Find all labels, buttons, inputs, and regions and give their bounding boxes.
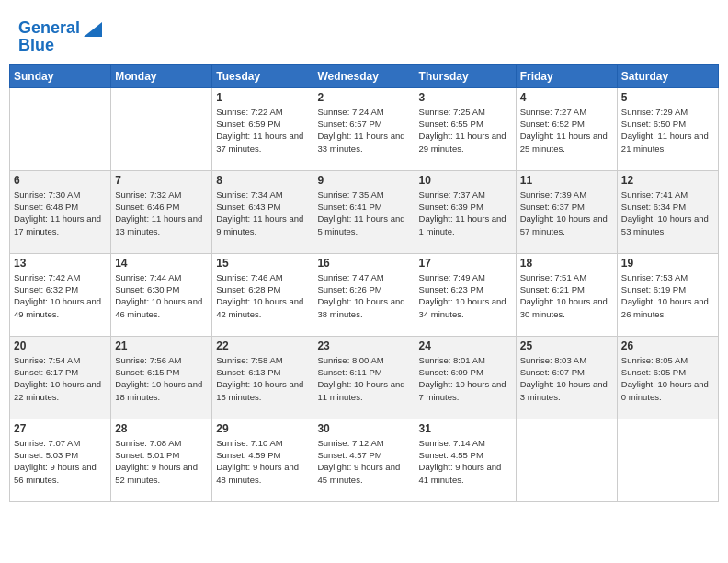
calendar-cell: 30Sunrise: 7:12 AMSunset: 4:57 PMDayligh… <box>313 419 415 501</box>
day-detail: Sunrise: 8:05 AMSunset: 6:05 PMDaylight:… <box>621 354 714 403</box>
day-detail: Sunrise: 7:29 AMSunset: 6:50 PMDaylight:… <box>621 106 714 155</box>
day-number: 20 <box>14 339 107 352</box>
svg-marker-0 <box>84 22 102 37</box>
col-header-wednesday: Wednesday <box>313 64 415 87</box>
calendar-cell <box>111 87 212 170</box>
day-detail: Sunrise: 8:01 AMSunset: 6:09 PMDaylight:… <box>419 354 512 403</box>
col-header-thursday: Thursday <box>415 64 516 87</box>
calendar-cell: 16Sunrise: 7:47 AMSunset: 6:26 PMDayligh… <box>313 253 415 336</box>
calendar-cell: 18Sunrise: 7:51 AMSunset: 6:21 PMDayligh… <box>516 253 617 336</box>
col-header-friday: Friday <box>516 64 617 87</box>
day-detail: Sunrise: 7:24 AMSunset: 6:57 PMDaylight:… <box>317 106 410 155</box>
calendar-cell: 29Sunrise: 7:10 AMSunset: 4:59 PMDayligh… <box>212 419 313 501</box>
day-number: 17 <box>419 257 512 270</box>
page-header: General Blue <box>9 9 719 60</box>
day-number: 15 <box>216 257 309 270</box>
week-row-4: 20Sunrise: 7:54 AMSunset: 6:17 PMDayligh… <box>10 336 719 419</box>
day-detail: Sunrise: 7:54 AMSunset: 6:17 PMDaylight:… <box>14 354 107 403</box>
day-detail: Sunrise: 8:00 AMSunset: 6:11 PMDaylight:… <box>317 354 410 403</box>
col-header-tuesday: Tuesday <box>212 64 313 87</box>
logo: General Blue <box>18 18 102 55</box>
calendar-cell: 27Sunrise: 7:07 AMSunset: 5:03 PMDayligh… <box>10 419 111 501</box>
day-detail: Sunrise: 7:41 AMSunset: 6:34 PMDaylight:… <box>621 189 714 237</box>
day-detail: Sunrise: 7:27 AMSunset: 6:52 PMDaylight:… <box>520 106 613 155</box>
calendar-cell: 24Sunrise: 8:01 AMSunset: 6:09 PMDayligh… <box>415 336 516 419</box>
day-detail: Sunrise: 7:53 AMSunset: 6:19 PMDaylight:… <box>621 271 714 320</box>
calendar-cell: 7Sunrise: 7:32 AMSunset: 6:46 PMDaylight… <box>111 170 212 253</box>
day-detail: Sunrise: 7:42 AMSunset: 6:32 PMDaylight:… <box>14 271 107 320</box>
calendar-cell: 11Sunrise: 7:39 AMSunset: 6:37 PMDayligh… <box>516 170 617 253</box>
day-detail: Sunrise: 7:39 AMSunset: 6:37 PMDaylight:… <box>520 189 613 237</box>
day-number: 18 <box>520 257 613 270</box>
week-row-1: 1Sunrise: 7:22 AMSunset: 6:59 PMDaylight… <box>10 87 719 170</box>
day-number: 1 <box>216 91 309 104</box>
day-detail: Sunrise: 7:35 AMSunset: 6:41 PMDaylight:… <box>317 189 410 237</box>
calendar-cell: 5Sunrise: 7:29 AMSunset: 6:50 PMDaylight… <box>617 87 718 170</box>
day-number: 23 <box>317 339 410 352</box>
day-detail: Sunrise: 7:46 AMSunset: 6:28 PMDaylight:… <box>216 271 309 320</box>
week-row-2: 6Sunrise: 7:30 AMSunset: 6:48 PMDaylight… <box>10 170 719 253</box>
day-number: 11 <box>520 174 613 187</box>
day-number: 22 <box>216 339 309 352</box>
day-number: 3 <box>419 91 512 104</box>
col-header-monday: Monday <box>111 64 212 87</box>
day-detail: Sunrise: 7:49 AMSunset: 6:23 PMDaylight:… <box>419 271 512 320</box>
day-detail: Sunrise: 7:30 AMSunset: 6:48 PMDaylight:… <box>14 189 107 237</box>
day-number: 27 <box>14 422 107 435</box>
calendar-cell: 2Sunrise: 7:24 AMSunset: 6:57 PMDaylight… <box>313 87 415 170</box>
logo-text: General <box>18 19 80 38</box>
day-detail: Sunrise: 7:12 AMSunset: 4:57 PMDaylight:… <box>317 437 410 486</box>
day-detail: Sunrise: 7:22 AMSunset: 6:59 PMDaylight:… <box>216 106 309 155</box>
week-row-5: 27Sunrise: 7:07 AMSunset: 5:03 PMDayligh… <box>10 419 719 501</box>
day-detail: Sunrise: 7:08 AMSunset: 5:01 PMDaylight:… <box>115 437 208 486</box>
col-header-saturday: Saturday <box>617 64 718 87</box>
day-detail: Sunrise: 7:32 AMSunset: 6:46 PMDaylight:… <box>115 189 208 237</box>
day-number: 16 <box>317 257 410 270</box>
day-number: 24 <box>419 339 512 352</box>
calendar-cell: 6Sunrise: 7:30 AMSunset: 6:48 PMDaylight… <box>10 170 111 253</box>
day-number: 2 <box>317 91 410 104</box>
calendar-cell: 20Sunrise: 7:54 AMSunset: 6:17 PMDayligh… <box>10 336 111 419</box>
day-number: 12 <box>621 174 714 187</box>
day-number: 30 <box>317 422 410 435</box>
calendar-cell: 22Sunrise: 7:58 AMSunset: 6:13 PMDayligh… <box>212 336 313 419</box>
week-row-3: 13Sunrise: 7:42 AMSunset: 6:32 PMDayligh… <box>10 253 719 336</box>
calendar-cell: 4Sunrise: 7:27 AMSunset: 6:52 PMDaylight… <box>516 87 617 170</box>
calendar-cell <box>10 87 111 170</box>
calendar-cell: 31Sunrise: 7:14 AMSunset: 4:55 PMDayligh… <box>415 419 516 501</box>
calendar-cell <box>617 419 718 501</box>
day-detail: Sunrise: 8:03 AMSunset: 6:07 PMDaylight:… <box>520 354 613 403</box>
day-number: 4 <box>520 91 613 104</box>
calendar-cell: 14Sunrise: 7:44 AMSunset: 6:30 PMDayligh… <box>111 253 212 336</box>
day-detail: Sunrise: 7:58 AMSunset: 6:13 PMDaylight:… <box>216 354 309 403</box>
day-number: 25 <box>520 339 613 352</box>
day-detail: Sunrise: 7:51 AMSunset: 6:21 PMDaylight:… <box>520 271 613 320</box>
logo-triangle-icon <box>82 18 102 39</box>
calendar-cell: 25Sunrise: 8:03 AMSunset: 6:07 PMDayligh… <box>516 336 617 419</box>
logo-blue-text: Blue <box>18 37 102 55</box>
day-number: 6 <box>14 174 107 187</box>
col-header-sunday: Sunday <box>10 64 111 87</box>
calendar-cell: 9Sunrise: 7:35 AMSunset: 6:41 PMDaylight… <box>313 170 415 253</box>
day-number: 29 <box>216 422 309 435</box>
calendar-cell: 17Sunrise: 7:49 AMSunset: 6:23 PMDayligh… <box>415 253 516 336</box>
calendar-cell: 15Sunrise: 7:46 AMSunset: 6:28 PMDayligh… <box>212 253 313 336</box>
day-number: 26 <box>621 339 714 352</box>
calendar-cell: 13Sunrise: 7:42 AMSunset: 6:32 PMDayligh… <box>10 253 111 336</box>
day-number: 9 <box>317 174 410 187</box>
day-number: 31 <box>419 422 512 435</box>
calendar-cell: 1Sunrise: 7:22 AMSunset: 6:59 PMDaylight… <box>212 87 313 170</box>
day-number: 5 <box>621 91 714 104</box>
day-detail: Sunrise: 7:37 AMSunset: 6:39 PMDaylight:… <box>419 189 512 237</box>
calendar-cell: 19Sunrise: 7:53 AMSunset: 6:19 PMDayligh… <box>617 253 718 336</box>
day-number: 7 <box>115 174 208 187</box>
day-number: 13 <box>14 257 107 270</box>
day-detail: Sunrise: 7:25 AMSunset: 6:55 PMDaylight:… <box>419 106 512 155</box>
day-detail: Sunrise: 7:10 AMSunset: 4:59 PMDaylight:… <box>216 437 309 486</box>
day-detail: Sunrise: 7:56 AMSunset: 6:15 PMDaylight:… <box>115 354 208 403</box>
day-number: 10 <box>419 174 512 187</box>
day-number: 21 <box>115 339 208 352</box>
calendar-cell <box>516 419 617 501</box>
calendar-cell: 10Sunrise: 7:37 AMSunset: 6:39 PMDayligh… <box>415 170 516 253</box>
calendar-cell: 3Sunrise: 7:25 AMSunset: 6:55 PMDaylight… <box>415 87 516 170</box>
